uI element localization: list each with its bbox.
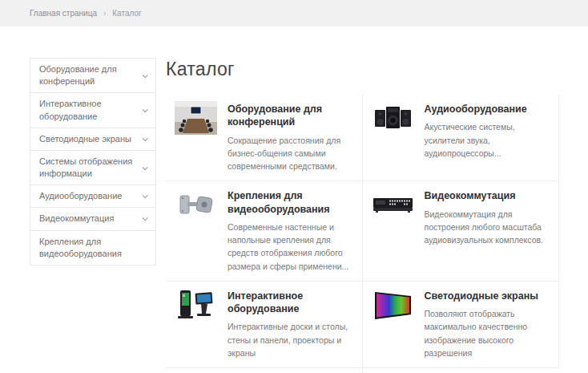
sidebar-item-conference-equipment[interactable]: Оборудование для конференций	[30, 59, 155, 93]
sidebar-item-led-screens[interactable]: Светодиодные экраны	[30, 128, 155, 151]
page-title: Каталог	[166, 59, 559, 80]
empty-grid-cell	[363, 368, 560, 373]
breadcrumb: Главная страница › Каталог	[30, 9, 142, 18]
card-title: Оборудование для конференций	[228, 103, 352, 129]
video-switcher-image	[372, 188, 414, 221]
breadcrumb-separator-icon: ›	[103, 10, 106, 18]
chevron-down-icon	[143, 216, 148, 221]
card-text: Интерактивное оборудование Интерактивные…	[228, 288, 352, 359]
card-title: Видеокоммутация	[425, 189, 550, 202]
chevron-down-icon	[143, 164, 148, 170]
led-screen-image	[372, 288, 414, 322]
card-title: Интерактивное оборудование	[228, 290, 352, 316]
breadcrumb-home-link[interactable]: Главная страница	[30, 9, 97, 18]
card-title: Крепления для видеооборудования	[228, 189, 352, 216]
wall-mount-image	[175, 188, 217, 221]
card-description: Акустические системы, усилители звука, а…	[425, 120, 550, 160]
card-title: Аудиооборудование	[425, 103, 550, 116]
chevron-down-icon	[143, 136, 148, 141]
breadcrumb-bar: Главная страница › Каталог	[0, 0, 588, 26]
card-description: Позволяют отображать максимально качеств…	[425, 307, 550, 359]
card-title: Светодиодные экраны	[425, 290, 550, 302]
page-content: Оборудование для конференций Интерактивн…	[0, 26, 588, 373]
sidebar-item-label: Светодиодные экраны	[39, 133, 143, 145]
sidebar-item-label: Оборудование для конференций	[39, 63, 143, 87]
sidebar-item-label: Аудиооборудование	[39, 190, 143, 202]
sidebar-item-video-mounts[interactable]: Крепления для видеооборудования	[30, 231, 155, 265]
main-area: Каталог Оборудование для конференций Сок…	[166, 58, 559, 373]
chevron-down-icon	[143, 193, 148, 199]
card-description: Интерактивные доски и столы, стены и пан…	[228, 320, 352, 359]
chevron-down-icon	[143, 107, 148, 112]
card-description: Современные настенные и напольные крепле…	[228, 221, 352, 273]
sidebar-item-display-systems[interactable]: Системы отображения информации	[30, 151, 155, 185]
sidebar-item-video-switching[interactable]: Видеокоммутация	[30, 208, 155, 230]
card-description: Сокращение расстояния для бизнес-общения…	[228, 134, 352, 173]
card-text: Крепления для видеооборудования Современ…	[228, 188, 352, 273]
card-text: Аудиооборудование Акустические системы, …	[425, 101, 550, 160]
card-text: Видеокоммутация Видеокоммутация для пост…	[425, 188, 550, 246]
catalog-card-display-systems[interactable]: Системы отображения информации	[166, 368, 363, 373]
card-text: Оборудование для конференций Сокращение …	[228, 101, 352, 172]
category-sidebar: Оборудование для конференций Интерактивн…	[30, 58, 156, 266]
speakers-image	[372, 101, 414, 135]
catalog-card-interactive-equipment[interactable]: Интерактивное оборудование Интерактивные…	[166, 282, 363, 368]
sidebar-item-label: Крепления для видеооборудования	[39, 236, 147, 260]
sidebar-item-label: Видеокоммутация	[39, 213, 143, 225]
sidebar-item-label: Интерактивное оборудование	[39, 98, 143, 122]
sidebar-item-audio-equipment[interactable]: Аудиооборудование	[30, 185, 155, 208]
catalog-card-video-switching[interactable]: Видеокоммутация Видеокоммутация для пост…	[363, 181, 560, 282]
sidebar-item-interactive-equipment[interactable]: Интерактивное оборудование	[30, 93, 155, 128]
card-text: Светодиодные экраны Позволяют отображать…	[425, 288, 550, 359]
breadcrumb-current: Каталог	[112, 9, 141, 18]
sidebar-item-label: Системы отображения информации	[39, 156, 143, 180]
catalog-card-video-mounts[interactable]: Крепления для видеооборудования Современ…	[166, 181, 363, 282]
catalog-card-conference-equipment[interactable]: Оборудование для конференций Сокращение …	[166, 95, 363, 181]
interactive-kiosks-image	[175, 288, 217, 322]
catalog-card-audio-equipment[interactable]: Аудиооборудование Акустические системы, …	[363, 95, 560, 181]
catalog-card-led-screens[interactable]: Светодиодные экраны Позволяют отображать…	[363, 282, 560, 368]
catalog-grid: Оборудование для конференций Сокращение …	[166, 95, 559, 373]
conference-room-image	[175, 101, 217, 135]
card-description: Видеокоммутация для построения любого ма…	[425, 208, 550, 247]
chevron-down-icon	[143, 72, 148, 78]
